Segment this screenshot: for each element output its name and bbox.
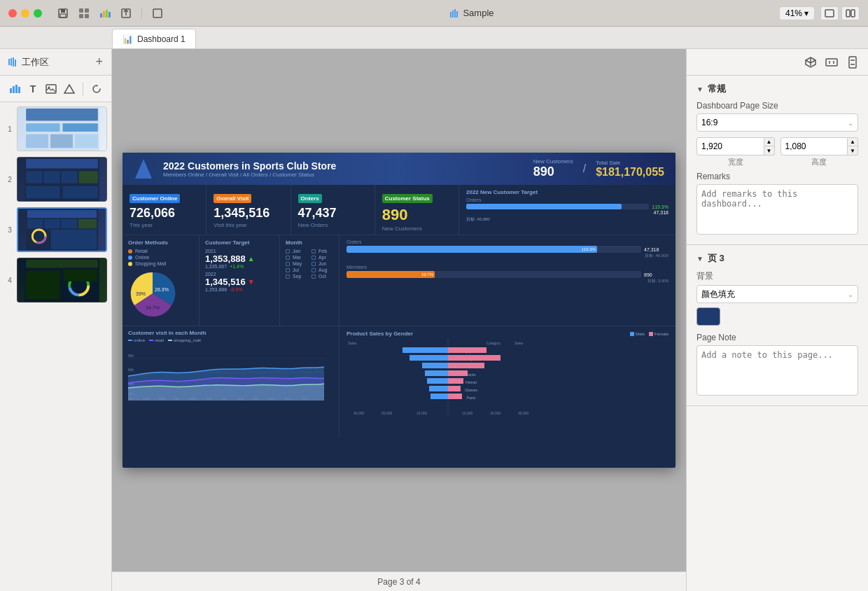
svg-rect-47 — [27, 219, 43, 228]
resize-h-icon[interactable] — [823, 54, 840, 71]
total-sale-label: Total Sale — [596, 160, 664, 166]
svg-text:40,000: 40,000 — [354, 411, 365, 415]
text-tool[interactable]: T — [25, 80, 41, 98]
pages-header: 工作区 + — [0, 49, 111, 76]
toolbar: T — [0, 76, 111, 102]
page-size-label: Dashboard Page Size — [696, 101, 858, 111]
image-tool[interactable] — [43, 80, 59, 98]
maximize-btn[interactable] — [34, 9, 42, 18]
svg-rect-53 — [51, 230, 97, 249]
page-note-label: Page Note — [696, 333, 858, 342]
zoom-control[interactable]: 41% ▾ — [779, 6, 815, 20]
height-field[interactable] — [780, 137, 848, 155]
width-spin-down[interactable]: ▼ — [764, 146, 775, 155]
close-btn[interactable] — [8, 9, 17, 18]
svg-rect-116 — [826, 59, 837, 66]
page-thumb-4[interactable]: 4 — [4, 258, 107, 303]
chart-icon[interactable] — [98, 6, 112, 20]
page-thumb-3[interactable]: 3 — [4, 207, 107, 252]
width-input[interactable]: ▲ ▼ — [696, 137, 775, 155]
svg-text:10,000: 10,000 — [462, 411, 473, 415]
svg-rect-34 — [26, 134, 48, 148]
double-view-btn[interactable] — [841, 6, 860, 20]
width-field[interactable] — [696, 137, 764, 155]
sidebar-title: 工作区 — [22, 56, 49, 69]
page-size-select[interactable]: 16:9 ⌄ — [696, 113, 858, 132]
new-customers-label: New Customers — [533, 158, 573, 165]
svg-rect-40 — [43, 171, 59, 183]
refresh-tool[interactable] — [89, 80, 104, 98]
shape-tool[interactable] — [62, 80, 77, 98]
card-orders-value: 47,437 — [298, 206, 368, 221]
dash-left: Order Methods Retail Online — [122, 235, 340, 437]
save-icon[interactable] — [56, 6, 70, 20]
layout-icon[interactable] — [150, 6, 164, 20]
svg-rect-32 — [26, 123, 59, 132]
add-page-button[interactable]: + — [95, 55, 103, 69]
general-section-header[interactable]: ▼ 常规 — [696, 83, 858, 95]
general-title: 常规 — [708, 83, 726, 95]
svg-rect-33 — [62, 123, 97, 132]
svg-rect-98 — [410, 355, 448, 361]
remarks-label: Remarks — [696, 172, 858, 181]
resize-v-icon[interactable] — [844, 54, 861, 71]
page3-section-header[interactable]: ▼ 页 3 — [696, 252, 858, 265]
export-icon[interactable] — [119, 6, 133, 20]
product-bar-chart: Sales Category Sales 40,000 20,000 10,00… — [346, 339, 550, 416]
height-spinners: ▲ ▼ — [847, 137, 858, 155]
single-view-btn[interactable] — [820, 6, 839, 20]
color-swatch[interactable] — [696, 307, 720, 326]
svg-text:Apr: Apr — [174, 396, 180, 401]
card-visit-value: 1,345,516 — [214, 206, 283, 221]
svg-rect-15 — [454, 9, 456, 18]
svg-rect-8 — [103, 11, 105, 18]
middle-row: Order Methods Retail Online — [122, 235, 339, 326]
status-text: Page 3 of 4 — [377, 577, 420, 587]
tab-label: Dashboard 1 — [137, 34, 186, 44]
card-customer-status: Customer Status 890 New Customers — [375, 185, 458, 235]
dashboard-title-area: 2022 Customers in Sports Club Store Memb… — [163, 160, 524, 178]
height-spin-down[interactable]: ▼ — [847, 146, 858, 155]
card-online-value: 726,066 — [130, 206, 199, 221]
page-note-textarea[interactable] — [696, 345, 858, 396]
svg-rect-20 — [8, 59, 10, 65]
minimize-btn[interactable] — [21, 9, 29, 18]
svg-rect-18 — [846, 10, 850, 17]
svg-text:Jun: Jun — [206, 396, 212, 401]
svg-text:10,000: 10,000 — [416, 411, 428, 415]
svg-text:26.3%: 26.3% — [155, 287, 169, 292]
svg-rect-36 — [75, 134, 98, 148]
svg-rect-109 — [448, 378, 463, 384]
3d-icon[interactable] — [802, 54, 819, 71]
bg-select[interactable]: 颜色填充 ⌄ — [696, 285, 858, 303]
bar-chart-tool[interactable] — [7, 80, 22, 98]
svg-text:80k: 80k — [128, 354, 134, 358]
svg-rect-19 — [851, 10, 855, 17]
dash-cards: Customer Online 726,066 This year Overal… — [122, 185, 676, 235]
titlebar-right: 41% ▾ — [779, 6, 860, 20]
svg-text:Glasses: Glasses — [465, 388, 478, 392]
height-input[interactable]: ▲ ▼ — [780, 137, 859, 155]
svg-text:Socks: Socks — [466, 373, 476, 377]
svg-rect-25 — [13, 86, 15, 93]
svg-rect-101 — [422, 363, 448, 368]
svg-rect-10 — [108, 12, 111, 18]
width-spin-up[interactable]: ▲ — [764, 137, 775, 146]
active-tab[interactable]: 📊 Dashboard 1 — [112, 29, 196, 48]
remarks-textarea[interactable] — [696, 184, 858, 235]
grid-icon[interactable] — [77, 6, 91, 20]
traffic-lights — [8, 9, 42, 18]
svg-text:34.7%: 34.7% — [146, 305, 160, 310]
svg-rect-107 — [427, 378, 448, 384]
svg-rect-44 — [62, 186, 97, 198]
pages-list: 1 2 — [0, 102, 111, 591]
svg-rect-12 — [153, 9, 162, 18]
page-thumb-1[interactable]: 1 — [4, 106, 107, 151]
height-spin-up[interactable]: ▲ — [847, 137, 858, 146]
svg-rect-113 — [430, 394, 448, 399]
page-thumb-2[interactable]: 2 — [4, 157, 107, 202]
general-section: ▼ 常规 Dashboard Page Size 16:9 ⌄ ▲ ▼ — [687, 76, 868, 245]
card-overall-visit: Overall Visit 1,345,516 Visit this year — [206, 185, 290, 235]
select-arrow-icon: ⌄ — [848, 119, 853, 127]
dimension-inputs: ▲ ▼ 宽度 ▲ ▼ 高度 — [696, 137, 858, 167]
